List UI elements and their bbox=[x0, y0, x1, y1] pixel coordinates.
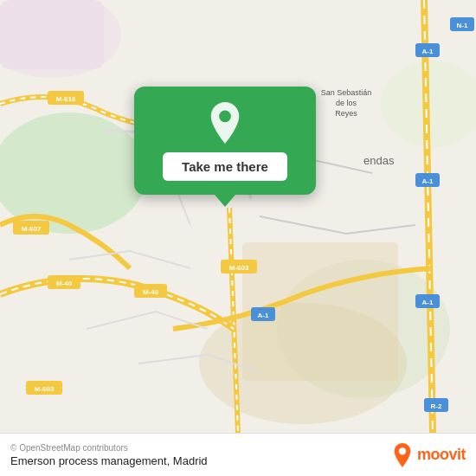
svg-text:San Sebastián: San Sebastián bbox=[321, 88, 372, 97]
moovit-logo-text: moovit bbox=[417, 446, 466, 464]
svg-text:M-40: M-40 bbox=[143, 288, 159, 296]
moovit-logo: moovit bbox=[392, 443, 466, 467]
bottom-info: © OpenStreetMap contributors Emerson pro… bbox=[10, 443, 208, 467]
svg-text:N-1: N-1 bbox=[457, 22, 468, 29]
svg-text:de los: de los bbox=[336, 99, 357, 107]
svg-text:A-1: A-1 bbox=[422, 48, 434, 55]
svg-text:R-2: R-2 bbox=[431, 402, 442, 410]
svg-text:M-616: M-616 bbox=[56, 95, 76, 103]
map-attribution: © OpenStreetMap contributors bbox=[10, 443, 208, 453]
location-name: Emerson process management, Madrid bbox=[10, 454, 208, 467]
svg-point-38 bbox=[399, 447, 406, 454]
svg-text:endas: endas bbox=[363, 154, 395, 167]
svg-text:A-1: A-1 bbox=[422, 299, 434, 306]
popup-card: Take me there bbox=[134, 87, 316, 195]
bottom-bar: © OpenStreetMap contributors Emerson pro… bbox=[0, 433, 476, 476]
svg-text:Reyes: Reyes bbox=[335, 109, 357, 118]
svg-text:M-40: M-40 bbox=[56, 280, 73, 287]
svg-text:A-1: A-1 bbox=[258, 312, 269, 319]
svg-text:M-603: M-603 bbox=[229, 264, 249, 272]
moovit-pin-icon bbox=[392, 443, 413, 467]
take-me-there-button[interactable]: Take me there bbox=[163, 152, 287, 181]
map-svg: M-616 M-616 A-1 A-1 A-1 N-1 M-603 M-40 M… bbox=[0, 0, 476, 433]
svg-text:A-1: A-1 bbox=[422, 177, 434, 185]
map-container: M-616 M-616 A-1 A-1 A-1 N-1 M-603 M-40 M… bbox=[0, 0, 476, 433]
svg-text:M-607: M-607 bbox=[22, 225, 42, 233]
svg-text:M-603: M-603 bbox=[35, 385, 55, 393]
location-pin-icon bbox=[204, 102, 246, 144]
svg-point-37 bbox=[219, 110, 231, 122]
svg-point-4 bbox=[0, 0, 121, 78]
